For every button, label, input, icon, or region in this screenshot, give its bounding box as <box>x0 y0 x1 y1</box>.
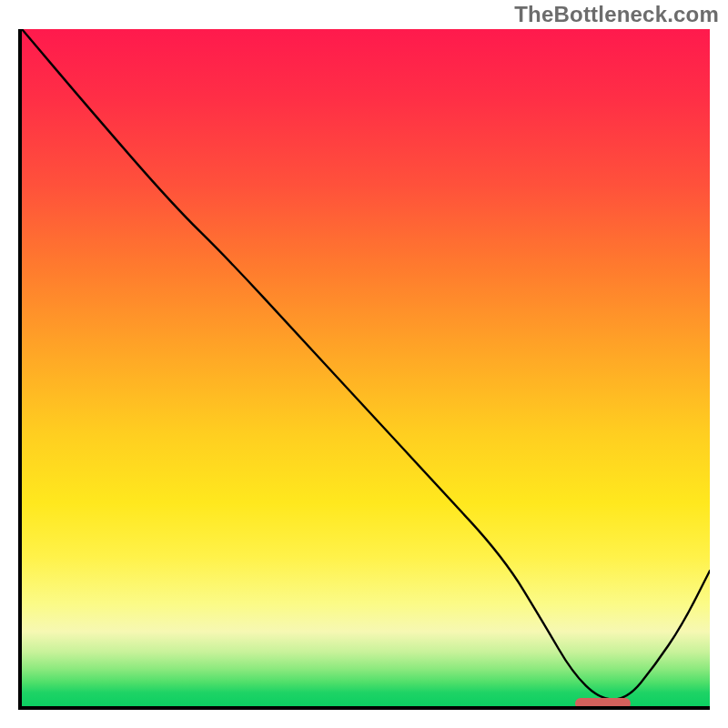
watermark-text: TheBottleneck.com <box>514 2 719 27</box>
optimal-range-marker <box>575 698 631 706</box>
chart-axes <box>18 29 710 710</box>
chart-plot-area <box>22 29 710 706</box>
bottleneck-curve <box>22 29 710 706</box>
